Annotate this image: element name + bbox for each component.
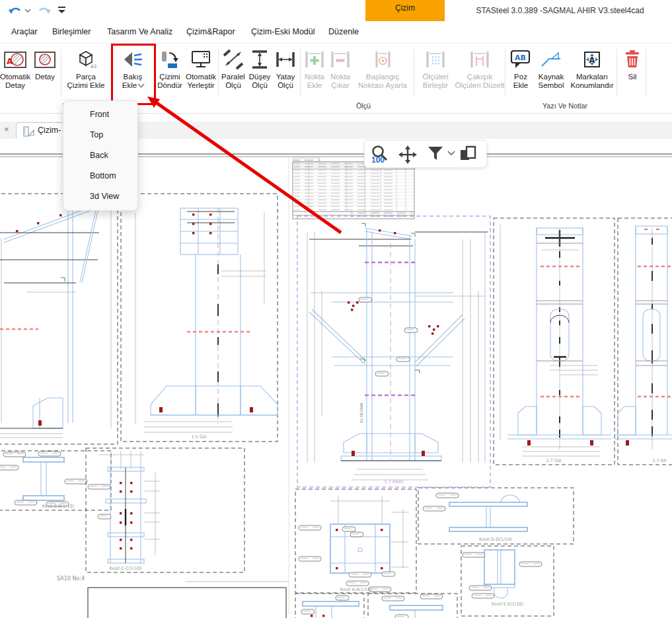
parallel-dimension-icon	[222, 46, 244, 73]
add-point-icon	[303, 46, 326, 73]
ribbon-separator	[616, 49, 617, 97]
filter-chevron-icon[interactable]	[447, 150, 456, 157]
monitor-icon	[190, 46, 212, 73]
dropdown-item-3dview[interactable]: 3d View	[63, 186, 137, 207]
customize-toolbar-icon[interactable]	[57, 6, 67, 15]
ribbon-separator	[646, 49, 646, 97]
menu-cizim-rapor[interactable]: Çizim&Rapor	[186, 21, 235, 43]
trash-icon	[621, 46, 644, 73]
view-kesit-bb[interactable]: Kesit B-B(1/10)	[0, 451, 111, 510]
caption-1-7-alt: 1:7 Alt	[652, 458, 667, 463]
cube-a3-icon: A3	[75, 46, 97, 73]
canvas-view-toolbar: 100	[364, 140, 487, 168]
app-window: STASteel 3.0.389 -SAGMAL AHIR V3.steel4c…	[0, 0, 672, 618]
paralel-olcu-button[interactable]: ParalelÖlçü	[220, 46, 246, 90]
pan-icon[interactable]	[396, 145, 419, 165]
fix-overlapping-dimensions-icon	[468, 46, 491, 73]
sil-button[interactable]: Sil	[620, 46, 645, 81]
menu-duzenle[interactable]: Düzenle	[328, 21, 359, 43]
yatay-olcu-button[interactable]: YatayÖlçü	[273, 46, 298, 90]
kaynak-sembol-button[interactable]: KaynakSembol	[534, 46, 568, 90]
cizimi-dondur-button[interactable]: ÇizimiDöndür	[155, 46, 185, 90]
view-column-center-selected[interactable]: S2 HE160A 1:7 Front	[297, 216, 490, 487]
rotate-drawing-icon	[159, 46, 181, 73]
drawing-tab-icon	[23, 126, 35, 137]
view-bottom-partial-1[interactable]	[295, 594, 364, 618]
cakisik-olculeri-button: ÇakışıkÖlçüleri Düzelt	[456, 46, 504, 90]
highlight-box-annotation	[111, 44, 156, 105]
view-column-right[interactable]: 1:7 Üst	[494, 218, 615, 465]
ribbon-separator	[218, 49, 219, 97]
nokta-ekle-button: NoktaEkle	[302, 46, 327, 90]
sheet-label: SA10 No:4	[57, 576, 85, 582]
window-title: STASteel 3.0.389 -SAGMAL AHIR V3.steel4c…	[449, 0, 671, 21]
menu-birlesimler[interactable]: Birleşimler	[52, 21, 91, 43]
profile-label: S2 HE160A	[359, 403, 363, 423]
dusey-olcu-button[interactable]: DüşeyÖlçü	[247, 46, 272, 90]
dropdown-item-top[interactable]: Top	[63, 125, 137, 145]
ribbon-separator	[61, 49, 61, 97]
title-bar: STASteel 3.0.389 -SAGMAL AHIR V3.steel4c…	[0, 0, 672, 21]
svg-text:A3: A3	[91, 64, 96, 69]
filter-icon[interactable]	[427, 145, 444, 162]
ribbon-tab-cizim[interactable]: Çizim	[365, 3, 445, 13]
horizontal-dimension-icon	[274, 46, 297, 73]
nokta-cikar-button: NoktaÇıkar	[328, 46, 353, 90]
view-bottom-partial-2[interactable]	[368, 594, 457, 618]
tab-label: Çizim-	[38, 126, 61, 135]
redo-icon	[37, 5, 52, 16]
menu-cizim-eski[interactable]: Çizim-Eski Modül	[251, 21, 315, 43]
vertical-dimension-icon	[248, 46, 271, 73]
dropdown-item-bottom[interactable]: Bottom	[63, 166, 137, 186]
origin-point-icon	[371, 46, 394, 73]
menu-araclar[interactable]: Araçlar	[11, 21, 38, 43]
svg-text:A: A	[7, 57, 13, 66]
otomatik-detay-button[interactable]: A OtomatikDetay	[0, 46, 30, 90]
close-tab-icon[interactable]: ×	[4, 124, 9, 134]
undo-icon[interactable]	[8, 5, 22, 16]
view-kesit-aa[interactable]: Kesit A-A(1/10)	[295, 489, 416, 593]
dropdown-item-back[interactable]: Back	[63, 145, 137, 166]
viewports-icon[interactable]	[459, 145, 480, 163]
caption-kesit-bb: Kesit B-B(1/10)	[42, 504, 74, 509]
otomatik-yerlestir-button[interactable]: OtomatikYerleştir	[185, 46, 217, 90]
weld-symbol-icon	[540, 46, 562, 73]
caption-1-5-ust: 1:5 Üst	[191, 434, 207, 440]
zoom-level-value: 100	[366, 155, 390, 165]
markalari-konumlandir-button[interactable]: A MarkalarıKonumlandır	[569, 46, 615, 90]
bottom-sheet-frame[interactable]	[88, 588, 286, 618]
view-frame-left[interactable]	[0, 194, 118, 444]
menu-tasarim[interactable]: Tasarım Ve Analiz	[107, 21, 172, 43]
parca-cizimi-ekle-button[interactable]: A3 ParçaÇizimi Ekle	[63, 46, 108, 90]
ribbon-group-label-yazi: Yazı Ve Notlar	[515, 102, 615, 110]
caption-1-7-ust: 1:7 Üst	[546, 458, 562, 463]
ribbon-separator	[414, 49, 414, 97]
label-bubble-icon: AB	[509, 46, 532, 73]
ribbon-group-label-olcu: Ölçü	[340, 102, 387, 110]
caption-kesit-dd: Kesit D-D(1/10)	[479, 537, 512, 542]
menu-bar: Araçlar Birleşimler Tasarım Ve Analiz Çi…	[0, 21, 672, 43]
position-marks-icon: A	[581, 46, 603, 73]
detay-button[interactable]: Detay	[32, 46, 58, 81]
view-kesit-dd[interactable]: Kesit D-D(1/10)	[418, 488, 574, 544]
caption-kesit-aa: Kesit A-A(1/10)	[340, 587, 372, 592]
olculeri-birlestir-button: ÖlçüleriBirleştir	[416, 46, 455, 90]
caption-kesit-cc: Kesit C-C(1/10)	[110, 566, 142, 571]
merge-dimensions-icon	[424, 46, 447, 73]
baslangic-noktasi-button: BaşlangıçNoktası Ayarla	[354, 46, 411, 90]
undo-menu-chevron-icon[interactable]	[24, 8, 32, 13]
ribbon-separator	[300, 49, 301, 97]
view-kesit-ee[interactable]: Kesit E-E(1/10)	[461, 546, 554, 616]
poz-ekle-button[interactable]: AB PozEkle	[508, 46, 533, 90]
bakis-ekle-dropdown: Front Top Back Bottom 3d View	[63, 100, 138, 211]
view-column-middle[interactable]: 1:5 Üst	[121, 194, 278, 442]
otomatik-detay-icon: A	[4, 46, 26, 73]
ribbon-separator	[505, 49, 505, 97]
caption-1-7-front: 1:7 Front	[385, 479, 404, 484]
dropdown-item-front[interactable]: Front	[63, 104, 137, 125]
view-column-far-right[interactable]: 1:7 Alt	[615, 218, 672, 465]
remove-point-icon	[329, 46, 352, 73]
detay-icon	[34, 46, 56, 73]
view-kesit-cc[interactable]: Kesit C-C(1/10)	[86, 448, 244, 572]
svg-text:AB: AB	[515, 54, 526, 62]
